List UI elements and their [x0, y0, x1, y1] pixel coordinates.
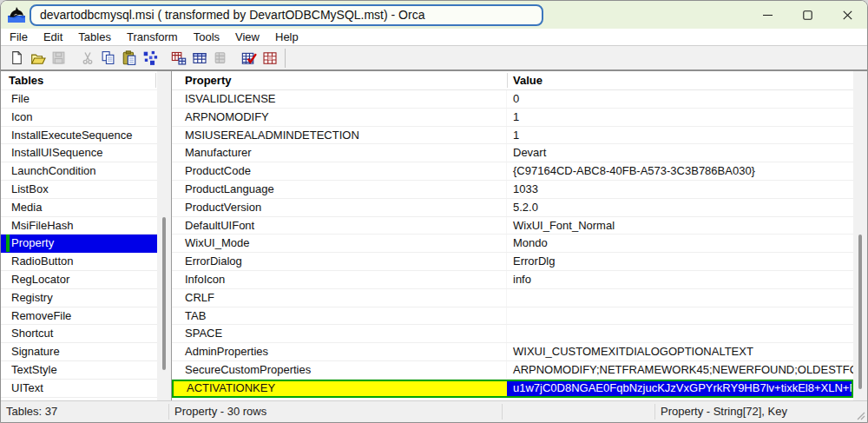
- menu-item[interactable]: View: [227, 29, 267, 45]
- save-icon[interactable]: [49, 48, 69, 68]
- property-column-header[interactable]: Property: [185, 71, 231, 90]
- property-row[interactable]: ISVALIDLICENSE 0: [172, 90, 853, 109]
- property-name-cell[interactable]: ISVALIDLICENSE: [172, 90, 507, 108]
- property-value-cell[interactable]: info: [507, 271, 853, 288]
- property-name-cell[interactable]: AdminProperties: [172, 343, 507, 360]
- tables-list-item[interactable]: InstallUISequence: [1, 144, 157, 162]
- property-name-cell[interactable]: TAB: [172, 307, 507, 325]
- property-row[interactable]: ARPNOMODIFY 1: [172, 109, 853, 127]
- tables-list-item[interactable]: Signature: [1, 343, 157, 361]
- menu-item[interactable]: Transform: [119, 29, 186, 45]
- property-row[interactable]: CRLF: [172, 289, 853, 307]
- property-row[interactable]: ErrorDialog ErrorDlg: [172, 253, 853, 271]
- close-button[interactable]: [827, 1, 867, 29]
- property-name-cell[interactable]: CRLF: [172, 289, 507, 307]
- maximize-button[interactable]: [787, 1, 827, 29]
- property-value-cell[interactable]: ErrorDlg: [507, 253, 853, 270]
- tables-scrollbar[interactable]: [157, 71, 171, 400]
- property-row[interactable]: ProductCode {C97164CD-ABC8-40FB-A573-3C3…: [172, 162, 853, 181]
- property-value-cell[interactable]: [507, 289, 853, 307]
- property-value-cell[interactable]: {C97164CD-ABC8-40FB-A573-3C3B786BA030}: [507, 162, 853, 180]
- property-name-cell[interactable]: ErrorDialog: [172, 253, 507, 270]
- tables-header-label[interactable]: Tables: [9, 74, 43, 87]
- property-row[interactable]: Manufacturer Devart: [172, 144, 853, 162]
- property-name-cell[interactable]: ARPNOMODIFY: [172, 109, 507, 126]
- tables-list-item[interactable]: Property: [1, 235, 157, 253]
- property-name-cell[interactable]: Manufacturer: [172, 144, 507, 162]
- property-value-cell[interactable]: [507, 325, 853, 342]
- property-row[interactable]: WixUI_Mode Mondo: [172, 235, 853, 253]
- property-name-cell[interactable]: ProductLanguage: [172, 181, 507, 198]
- column-divider[interactable]: [507, 73, 508, 88]
- property-value-cell[interactable]: WIXUI_CUSTOMEXITDIALOGOPTIONALTEXT: [507, 343, 853, 360]
- tables-list-item[interactable]: RadioButton: [1, 253, 157, 271]
- property-value-cell[interactable]: 5.2.0: [507, 199, 853, 216]
- import-tables-icon[interactable]: [168, 48, 188, 68]
- tables-list-item[interactable]: LaunchCondition: [1, 162, 157, 181]
- property-row[interactable]: MSIUSEREALADMINDETECTION 1: [172, 127, 853, 145]
- property-name-cell[interactable]: ACTIVATIONKEY: [174, 381, 507, 396]
- export-tables-icon[interactable]: [189, 48, 209, 68]
- property-name-cell[interactable]: MSIUSEREALADMINDETECTION: [172, 127, 507, 144]
- tables-list-item[interactable]: ListBox: [1, 181, 157, 199]
- property-value-cell[interactable]: [507, 307, 853, 325]
- property-row[interactable]: InfoIcon info: [172, 271, 853, 289]
- property-value-cell[interactable]: 0: [507, 90, 853, 108]
- tables-list-item[interactable]: Shortcut: [1, 325, 157, 343]
- transform-icon[interactable]: [260, 48, 279, 68]
- tables-list-item[interactable]: File: [1, 90, 157, 109]
- tables-list-item[interactable]: UIText: [1, 380, 157, 398]
- menu-item[interactable]: Edit: [36, 29, 70, 45]
- property-name-cell[interactable]: ProductVersion: [172, 199, 507, 216]
- tables-list-item[interactable]: MsiFileHash: [1, 217, 157, 235]
- property-name-cell[interactable]: SPACE: [172, 325, 507, 342]
- tables-list-item[interactable]: TextStyle: [1, 361, 157, 380]
- tables-list-item[interactable]: InstallExecuteSequence: [1, 127, 157, 145]
- menu-item[interactable]: Tables: [70, 29, 119, 45]
- property-value-cell[interactable]: u1w7jC0D8NGAE0FqbNzjucKJzVxGPYrkRY9HB7lv…: [507, 381, 852, 396]
- tables-list-item[interactable]: Media: [1, 199, 157, 217]
- property-row[interactable]: TAB: [172, 307, 853, 326]
- minimize-button[interactable]: [747, 1, 787, 29]
- validate-icon[interactable]: [239, 48, 259, 68]
- grid-scrollbar-thumb[interactable]: [858, 235, 862, 389]
- property-row[interactable]: SecureCustomProperties ARPNOMODIFY;NETFR…: [172, 361, 853, 380]
- menu-item[interactable]: File: [2, 29, 36, 45]
- paste-icon[interactable]: [119, 48, 139, 68]
- grid-scrollbar[interactable]: [853, 71, 867, 400]
- tables-list-item[interactable]: Registry: [1, 289, 157, 307]
- value-column-header[interactable]: Value: [513, 71, 542, 90]
- new-file-icon[interactable]: [7, 48, 27, 68]
- menu-item[interactable]: Help: [267, 29, 306, 45]
- menu-item[interactable]: Tools: [186, 29, 227, 45]
- window-title-highlight-box: devartodbcmysql.msi ( transformed by Dev…: [30, 4, 543, 26]
- property-value-cell[interactable]: WixUI_Font_Normal: [507, 217, 853, 235]
- property-row[interactable]: SPACE: [172, 325, 853, 343]
- property-row[interactable]: ProductLanguage 1033: [172, 181, 853, 199]
- tables-scrollbar-thumb[interactable]: [162, 217, 166, 370]
- property-name-cell[interactable]: SecureCustomProperties: [172, 361, 507, 379]
- property-value-cell[interactable]: 1: [507, 127, 853, 144]
- property-value-cell[interactable]: Devart: [507, 144, 853, 162]
- merge-module-icon[interactable]: [210, 48, 230, 68]
- copy-icon[interactable]: [98, 48, 118, 68]
- open-file-icon[interactable]: [28, 48, 48, 68]
- property-name-cell[interactable]: ProductCode: [172, 162, 507, 180]
- property-value-cell[interactable]: Mondo: [507, 235, 853, 252]
- property-name-cell[interactable]: DefaultUIFont: [172, 217, 507, 235]
- property-row[interactable]: AdminProperties WIXUI_CUSTOMEXITDIALOGOP…: [172, 343, 853, 361]
- property-value-cell[interactable]: 1033: [507, 181, 853, 198]
- property-row[interactable]: ACTIVATIONKEY u1w7jC0D8NGAE0FqbNzjucKJzV…: [172, 380, 853, 398]
- property-value-cell[interactable]: 1: [507, 109, 853, 126]
- tables-list-item[interactable]: RegLocator: [1, 271, 157, 289]
- find-icon[interactable]: [140, 48, 160, 68]
- property-name-cell[interactable]: InfoIcon: [172, 271, 507, 288]
- tables-list-item[interactable]: Icon: [1, 109, 157, 127]
- resize-grip[interactable]: [855, 410, 865, 420]
- property-row[interactable]: ProductVersion 5.2.0: [172, 199, 853, 217]
- property-value-cell[interactable]: ARPNOMODIFY;NETFRAMEWORK45;NEWERFOUND;OL…: [507, 361, 853, 379]
- property-name-cell[interactable]: WixUI_Mode: [172, 235, 507, 252]
- cut-icon[interactable]: [77, 48, 97, 68]
- tables-list-item[interactable]: RemoveFile: [1, 307, 157, 326]
- property-row[interactable]: DefaultUIFont WixUI_Font_Normal: [172, 217, 853, 235]
